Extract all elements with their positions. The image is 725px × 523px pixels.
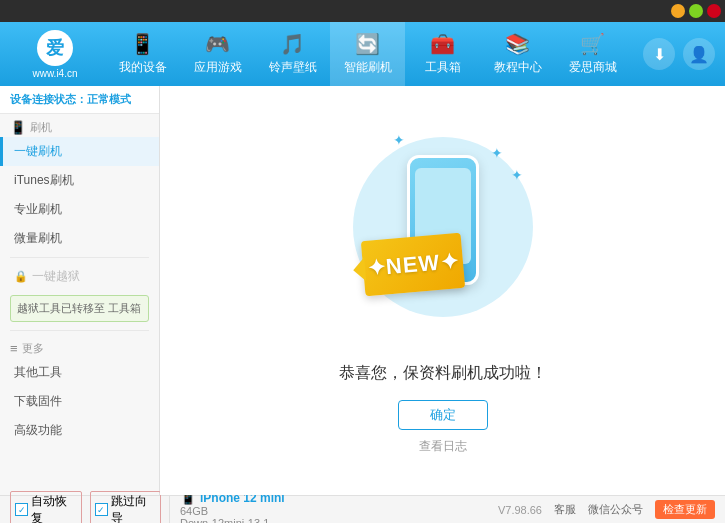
jailbreak-notice: 越狱工具已转移至 工具箱 [10,295,149,322]
sidebar-divider-2 [10,330,149,331]
phone-illustration: ✦ ✦ ✦ ✦NEW✦ [343,127,543,347]
new-ribbon: ✦NEW✦ [360,232,464,296]
more-section-label: 更多 [22,341,44,356]
more-section-header: ≡ 更多 [0,335,159,358]
wechat-link[interactable]: 微信公众号 [588,502,643,517]
sidebar-item-itunes-flash[interactable]: iTunes刷机 [0,166,159,195]
apps-games-icon: 🎮 [205,32,230,56]
disabled-jailbreak-label: 一键越狱 [32,268,80,285]
ribbon-text: ✦NEW✦ [365,247,459,281]
sidebar-item-one-key-flash[interactable]: 一键刷机 [0,137,159,166]
nav-bar: 📱 我的设备 🎮 应用游戏 🎵 铃声壁纸 🔄 智能刷机 🧰 工具箱 📚 教程中心… [100,22,635,86]
footer-right: V7.98.66 客服 微信公众号 检查更新 [498,500,715,519]
nav-label-smart-flash: 智能刷机 [344,59,392,76]
footer-checkboxes: ✓ 自动恢复 ✓ 跳过向导 [10,491,170,524]
smart-flash-icon: 🔄 [355,32,380,56]
nav-item-tutorial[interactable]: 📚 教程中心 [480,22,555,86]
logo-url: www.i4.cn [32,68,77,79]
toolbox-icon: 🧰 [430,32,455,56]
content-area: ✦ ✦ ✦ ✦NEW✦ 恭喜您，保资料刷机成功啦！ 确定 查看日志 [160,86,725,495]
tutorial-icon: 📚 [505,32,530,56]
view-log-link[interactable]: 查看日志 [419,438,467,455]
customer-service-link[interactable]: 客服 [554,502,576,517]
confirm-button[interactable]: 确定 [398,400,488,430]
star-icon-2: ✦ [511,167,523,183]
nav-item-smart-flash[interactable]: 🔄 智能刷机 [330,22,405,86]
flash-section-label: 刷机 [30,120,52,135]
sidebar-item-other-tools[interactable]: 其他工具 [0,358,159,387]
status-value: 正常模式 [87,93,131,105]
star-icon-3: ✦ [393,132,405,148]
nav-item-apps-games[interactable]: 🎮 应用游戏 [180,22,255,86]
logo-icon: 爱 [37,30,73,66]
skip-wizard-checkbox[interactable]: ✓ [95,503,108,516]
nav-label-tutorial: 教程中心 [494,59,542,76]
minimize-button[interactable] [671,4,685,18]
connection-status: 设备连接状态：正常模式 [0,86,159,114]
sidebar-item-advanced[interactable]: 高级功能 [0,416,159,445]
sidebar-item-save-flash[interactable]: 微量刷机 [0,224,159,253]
skip-wizard-label: 跳过向导 [111,493,157,524]
ringtones-icon: 🎵 [280,32,305,56]
auto-connect-label: 自动恢复 [31,493,77,524]
title-bar [0,0,725,22]
device-model: Down-12mini-13,1 [180,517,498,523]
main-area: 设备连接状态：正常模式 📱 刷机 一键刷机 iTunes刷机 专业刷机 微量刷机… [0,86,725,495]
status-label: 设备连接状态： [10,93,87,105]
download-button[interactable]: ⬇ [643,38,675,70]
device-storage: 64GB [180,505,498,517]
disabled-jailbreak: 🔒 一键越狱 [0,262,159,291]
skip-wizard-checkbox-wrapper[interactable]: ✓ 跳过向导 [90,491,162,524]
footer: ✓ 自动恢复 ✓ 跳过向导 📱 iPhone 12 mini 64GB Down… [0,495,725,523]
mall-icon: 🛒 [580,32,605,56]
nav-label-mall: 爱思商城 [569,59,617,76]
sidebar-item-download-firmware[interactable]: 下载固件 [0,387,159,416]
lock-icon: 🔒 [14,270,28,283]
check-update-button[interactable]: 检查更新 [655,500,715,519]
footer-row1: ✓ 自动恢复 ✓ 跳过向导 📱 iPhone 12 mini 64GB Down… [0,496,725,523]
maximize-button[interactable] [689,4,703,18]
star-icon-1: ✦ [491,145,503,161]
nav-label-my-device: 我的设备 [119,59,167,76]
nav-item-mall[interactable]: 🛒 爱思商城 [555,22,630,86]
close-button[interactable] [707,4,721,18]
nav-item-toolbox[interactable]: 🧰 工具箱 [405,22,480,86]
nav-label-ringtones: 铃声壁纸 [269,59,317,76]
header: 爱 www.i4.cn 📱 我的设备 🎮 应用游戏 🎵 铃声壁纸 🔄 智能刷机 … [0,22,725,86]
nav-label-apps-games: 应用游戏 [194,59,242,76]
my-device-icon: 📱 [130,32,155,56]
sidebar: 设备连接状态：正常模式 📱 刷机 一键刷机 iTunes刷机 专业刷机 微量刷机… [0,86,160,495]
nav-item-my-device[interactable]: 📱 我的设备 [105,22,180,86]
logo[interactable]: 爱 www.i4.cn [10,30,100,79]
sidebar-item-pro-flash[interactable]: 专业刷机 [0,195,159,224]
version-text: V7.98.66 [498,504,542,516]
auto-connect-checkbox-wrapper[interactable]: ✓ 自动恢复 [10,491,82,524]
header-right-buttons: ⬇ 👤 [643,38,715,70]
account-button[interactable]: 👤 [683,38,715,70]
flash-section-header: 📱 刷机 [0,114,159,137]
success-message: 恭喜您，保资料刷机成功啦！ [339,363,547,384]
flash-section-icon: 📱 [10,120,26,135]
more-section-icon: ≡ [10,341,18,356]
nav-label-toolbox: 工具箱 [425,59,461,76]
nav-item-ringtones[interactable]: 🎵 铃声壁纸 [255,22,330,86]
sidebar-divider-1 [10,257,149,258]
auto-connect-checkbox[interactable]: ✓ [15,503,28,516]
